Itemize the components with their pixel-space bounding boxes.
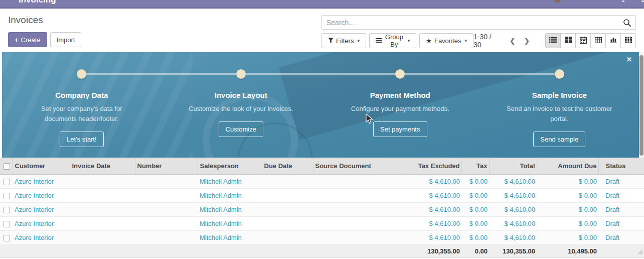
cell-tax_excluded[interactable]: $ 4,610.00 [403, 188, 461, 202]
cell-tax_excluded[interactable]: $ 4,610.00 [403, 230, 461, 244]
column-header-status[interactable]: Status [598, 158, 644, 174]
pager-previous-button[interactable]: ❮ [505, 35, 520, 47]
favorites-button[interactable]: ★ Favorites ▾ [419, 33, 473, 48]
column-header-amount_due[interactable]: Amount Due [537, 158, 598, 174]
kanban-view-button[interactable] [560, 33, 576, 48]
cell-tax[interactable]: $ 0.00 [461, 188, 489, 202]
search-input[interactable] [322, 16, 635, 29]
step-action-button-sample-invoice[interactable]: Send sample [533, 132, 585, 147]
filters-button[interactable]: Filters ▾ [321, 33, 366, 48]
cell-amount_due[interactable]: $ 0.00 [537, 216, 598, 230]
column-header-tax[interactable]: Tax [461, 158, 489, 174]
cell-tax[interactable]: $ 0.00 [461, 202, 489, 216]
row-checkbox[interactable] [4, 207, 10, 213]
calendar-view-button[interactable] [575, 33, 591, 48]
cell-due_date [262, 174, 313, 188]
list-view-button[interactable] [545, 33, 561, 48]
user-avatar[interactable] [555, 0, 560, 3]
column-header-invoice_date[interactable]: Invoice Date [70, 158, 135, 174]
cell-salesperson[interactable]: Mitchell Admin [198, 230, 262, 244]
cell-total[interactable]: $ 4,610.00 [489, 230, 537, 244]
step-description: Configure your payment methods. [351, 104, 449, 114]
cell-tax[interactable]: $ 0.00 [461, 216, 489, 230]
cell-amount_due[interactable]: $ 0.00 [537, 230, 598, 244]
search-box [321, 15, 636, 30]
invoice-row[interactable]: Azure InteriorMitchell Admin$ 4,610.00$ … [0, 230, 644, 244]
resize-handle-icon[interactable] [637, 249, 643, 256]
cell-status[interactable]: Draft [598, 202, 644, 216]
cell-total[interactable]: $ 4,610.00 [489, 188, 537, 202]
cell-amount_due[interactable]: $ 0.00 [537, 174, 598, 188]
chevron-down-icon: ▾ [357, 38, 360, 43]
cell-status[interactable]: Draft [598, 174, 644, 188]
column-header-tax_excluded[interactable]: Tax Excluded [403, 158, 461, 174]
cell-salesperson[interactable]: Mitchell Admin [198, 188, 262, 202]
cell-amount_due[interactable]: $ 0.00 [537, 188, 598, 202]
column-header-salesperson[interactable]: Salesperson [198, 158, 262, 174]
activity-view-button[interactable] [620, 33, 636, 48]
column-header-total[interactable]: Total [489, 158, 537, 174]
column-header-number[interactable]: Number [135, 158, 198, 174]
cell-status[interactable]: Draft [598, 216, 644, 230]
cell-select [0, 216, 13, 230]
column-header-customer[interactable]: Customer [13, 158, 70, 174]
cell-total[interactable]: $ 4,610.00 [489, 216, 537, 230]
cell-amount_due[interactable]: $ 0.00 [537, 202, 598, 216]
cell-select [0, 174, 13, 188]
invoice-row[interactable]: Azure InteriorMitchell Admin$ 4,610.00$ … [0, 174, 644, 188]
cell-total[interactable]: $ 4,610.00 [489, 202, 537, 216]
cell-salesperson[interactable]: Mitchell Admin [198, 216, 262, 230]
navbar-icon[interactable] [622, 1, 624, 2]
pivot-view-button[interactable] [590, 33, 606, 48]
cell-status[interactable]: Draft [598, 230, 644, 244]
table-totals-row: 130,355.000.00130,355.0010,495.00 [0, 244, 644, 257]
graph-view-button[interactable] [605, 33, 621, 48]
select-all-checkbox[interactable] [4, 163, 10, 170]
step-action-button-invoice-layout[interactable]: Customize [219, 121, 263, 137]
onboarding-step-payment-method: Payment MethodConfigure your payment met… [320, 52, 480, 158]
row-checkbox[interactable] [4, 179, 10, 185]
chevron-down-icon: ▾ [464, 38, 467, 43]
invoice-row[interactable]: Azure InteriorMitchell Admin$ 4,610.00$ … [0, 216, 644, 230]
app-name-label[interactable]: Invoicing [19, 0, 56, 5]
row-checkbox[interactable] [4, 193, 10, 199]
cell-due_date [262, 188, 313, 202]
step-description: Set your company's data for documents he… [27, 104, 137, 124]
cell-tax_excluded[interactable]: $ 4,610.00 [403, 202, 461, 216]
banner-close-icon[interactable]: ✕ [626, 56, 632, 63]
cell-tax[interactable]: $ 0.00 [461, 230, 489, 244]
totals-empty-cell [262, 244, 313, 257]
pager-next-button[interactable]: ❯ [520, 35, 534, 47]
top-navbar: Invoicing [0, 0, 644, 9]
cell-customer[interactable]: Azure Interior [13, 174, 70, 188]
cell-tax_excluded[interactable]: $ 4,610.00 [403, 216, 461, 230]
cell-invoice_date [70, 174, 135, 188]
cell-select [0, 188, 13, 202]
invoice-row[interactable]: Azure InteriorMitchell Admin$ 4,610.00$ … [0, 188, 644, 202]
search-icon[interactable] [623, 19, 631, 29]
list-view-icon [549, 37, 557, 45]
column-header-due_date[interactable]: Due Date [262, 158, 313, 174]
step-action-button-payment-method[interactable]: Set payments [373, 121, 427, 137]
cell-customer[interactable]: Azure Interior [13, 202, 70, 216]
cell-customer[interactable]: Azure Interior [13, 188, 70, 202]
cell-customer[interactable]: Azure Interior [13, 230, 70, 244]
cell-salesperson[interactable]: Mitchell Admin [198, 174, 262, 188]
column-header-source_document[interactable]: Source Document [313, 158, 403, 174]
row-checkbox[interactable] [4, 235, 10, 241]
cell-tax_excluded[interactable]: $ 4,610.00 [403, 174, 461, 188]
cell-tax[interactable]: $ 0.00 [461, 174, 489, 188]
navbar-icon[interactable] [641, 1, 644, 2]
create-button[interactable]: + Create [8, 32, 47, 47]
onboarding-step-sample-invoice: Sample InvoiceSend an invoice to test th… [480, 52, 639, 158]
scrollbar-thumb[interactable] [639, 55, 643, 156]
cell-total[interactable]: $ 4,610.00 [489, 174, 537, 188]
row-checkbox[interactable] [4, 221, 10, 227]
import-button[interactable]: Import [50, 32, 82, 47]
cell-customer[interactable]: Azure Interior [13, 216, 70, 230]
cell-status[interactable]: Draft [598, 188, 644, 202]
cell-salesperson[interactable]: Mitchell Admin [198, 202, 262, 216]
invoice-row[interactable]: Azure InteriorMitchell Admin$ 4,610.00$ … [0, 202, 644, 216]
group-by-button[interactable]: Group By ▾ [369, 33, 416, 48]
step-action-button-company-data[interactable]: Let's start! [60, 132, 104, 147]
